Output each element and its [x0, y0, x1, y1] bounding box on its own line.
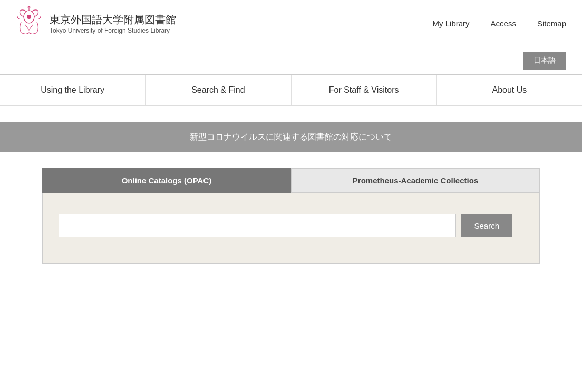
tab-prometheus[interactable]: Prometheus-Academic Collectios [291, 168, 540, 193]
site-header: 東京外国語大学附属図書館 Tokyo University of Foreign… [0, 0, 582, 47]
header-nav: My Library Access Sitemap [433, 19, 566, 28]
my-library-link[interactable]: My Library [433, 19, 470, 28]
sitemap-link[interactable]: Sitemap [537, 19, 566, 28]
covid-banner: 新型コロナウイルスに関連する図書館の対応について [0, 122, 582, 152]
svg-point-2 [27, 15, 31, 19]
logo-text: 東京外国語大学附属図書館 Tokyo University of Foreign… [50, 13, 176, 34]
tab-opac[interactable]: Online Catalogs (OPAC) [42, 168, 291, 193]
spacer [0, 106, 582, 122]
main-navigation: Using the Library Search & Find For Staf… [0, 75, 582, 106]
nav-for-staff-visitors[interactable]: For Staff & Visitors [292, 75, 437, 105]
logo-area: 東京外国語大学附属図書館 Tokyo University of Foreign… [16, 6, 176, 41]
logo-title-en: Tokyo University of Foreign Studies Libr… [50, 27, 176, 34]
nav-search-and-find[interactable]: Search & Find [146, 75, 291, 105]
language-bar: 日本語 [0, 47, 582, 75]
search-row: Search [59, 214, 512, 237]
content-area: Online Catalogs (OPAC) Prometheus-Academ… [0, 152, 582, 285]
japanese-language-button[interactable]: 日本語 [523, 52, 566, 70]
search-input[interactable] [59, 214, 456, 237]
logo-title-jp: 東京外国語大学附属図書館 [50, 13, 176, 27]
banner-text: 新型コロナウイルスに関連する図書館の対応について [190, 132, 392, 141]
search-tabs: Online Catalogs (OPAC) Prometheus-Academ… [42, 168, 540, 193]
nav-about-us[interactable]: About Us [437, 75, 582, 105]
nav-using-the-library[interactable]: Using the Library [0, 75, 146, 105]
search-panel: Search [42, 193, 540, 264]
search-button[interactable]: Search [461, 214, 512, 237]
access-link[interactable]: Access [491, 19, 516, 28]
logo-icon [16, 6, 42, 41]
